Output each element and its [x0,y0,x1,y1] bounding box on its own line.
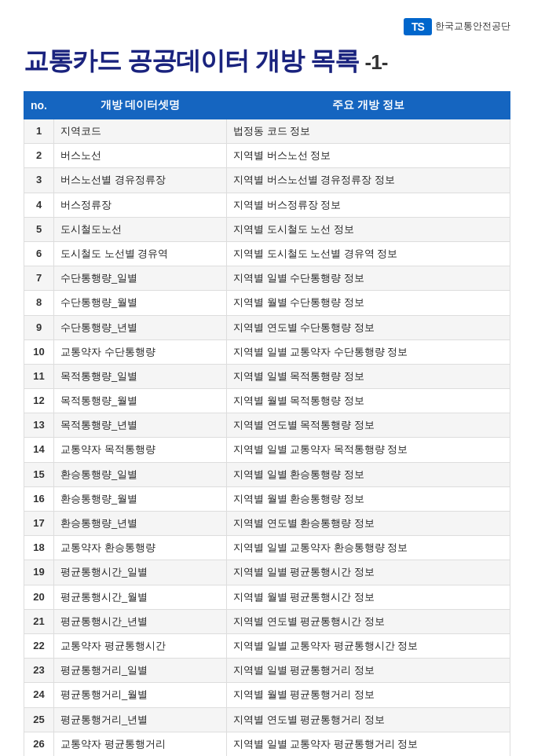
cell-info: 지역별 월별 환승통행량 정보 [227,486,510,511]
table-row: 18교통약자 환승통행량지역별 일별 교통약자 환승통행량 정보 [24,536,510,560]
cell-no: 20 [24,585,54,609]
table-row: 13목적통행량_년별지역별 연도별 목적통행량 정보 [24,413,510,438]
table-row: 5도시철도노선지역별 도시철도 노선 정보 [24,217,510,241]
cell-info: 지역별 일별 교통약자 평균통행거리 정보 [227,732,510,756]
header-name: 개방 데이터셋명 [54,92,227,119]
logo-area: TS 한국교통안전공단 [24,16,510,36]
header-no: no. [24,92,54,119]
cell-dataset-name: 교통약자 수단통행량 [54,339,227,364]
cell-dataset-name: 교통약자 목적통행량 [54,438,227,462]
cell-no: 10 [24,339,54,364]
table-row: 21평균통행시간_년별지역별 연도별 평균통행시간 정보 [24,609,510,633]
cell-no: 16 [24,486,54,511]
cell-info: 지역별 연도별 수단통행량 정보 [227,315,510,339]
cell-info: 지역별 연도별 목적통행량 정보 [227,413,510,438]
cell-no: 12 [24,389,54,413]
table-row: 19평균통행시간_일별지역별 일별 평균통행시간 정보 [24,560,510,585]
table-row: 24평균통행거리_월별지역별 월별 평균통행거리 정보 [24,683,510,707]
cell-info: 지역별 일별 환승통행량 정보 [227,462,510,486]
cell-info: 지역별 월별 수단통행량 정보 [227,291,510,315]
cell-dataset-name: 수단통행량_일별 [54,266,227,291]
cell-no: 3 [24,168,54,193]
table-row: 10교통약자 수단통행량지역별 일별 교통약자 수단통행량 정보 [24,339,510,364]
cell-dataset-name: 수단통행량_월별 [54,291,227,315]
cell-info: 지역별 버스정류장 정보 [227,193,510,217]
cell-info: 지역별 일별 교통약자 수단통행량 정보 [227,339,510,364]
cell-no: 23 [24,659,54,683]
table-row: 6도시철도 노선별 경유역지역별 도시철도 노선별 경유역 정보 [24,241,510,266]
cell-no: 22 [24,633,54,658]
cell-info: 지역별 일별 수단통행량 정보 [227,266,510,291]
cell-no: 26 [24,732,54,756]
page-title: 교통카드 공공데이터 개방 목록 -1- [24,44,510,79]
cell-info: 법정동 코드 정보 [227,119,510,144]
table-row: 14교통약자 목적통행량지역별 일별 교통약자 목적통행량 정보 [24,438,510,462]
cell-dataset-name: 평균통행시간_일별 [54,560,227,585]
cell-dataset-name: 환승통행량_일별 [54,462,227,486]
cell-dataset-name: 교통약자 평균통행거리 [54,732,227,756]
cell-info: 지역별 도시철도 노선 정보 [227,217,510,241]
cell-no: 24 [24,683,54,707]
table-row: 1지역코드법정동 코드 정보 [24,119,510,144]
cell-dataset-name: 평균통행거리_년별 [54,707,227,732]
cell-no: 21 [24,609,54,633]
cell-no: 1 [24,119,54,144]
cell-no: 7 [24,266,54,291]
cell-no: 19 [24,560,54,585]
cell-no: 4 [24,193,54,217]
cell-info: 지역별 월별 평균통행시간 정보 [227,585,510,609]
cell-info: 지역별 일별 교통약자 환승통행량 정보 [227,536,510,560]
table-row: 4버스정류장지역별 버스정류장 정보 [24,193,510,217]
cell-dataset-name: 버스노선 [54,144,227,168]
cell-dataset-name: 버스정류장 [54,193,227,217]
cell-no: 11 [24,364,54,388]
table-row: 11목적통행량_일별지역별 일별 목적통행량 정보 [24,364,510,388]
ts-logo: TS [404,16,432,36]
cell-dataset-name: 목적통행량_월별 [54,389,227,413]
cell-dataset-name: 교통약자 평균통행시간 [54,633,227,658]
table-row: 8수단통행량_월별지역별 월별 수단통행량 정보 [24,291,510,315]
cell-dataset-name: 평균통행시간_월별 [54,585,227,609]
data-table: no. 개방 데이터셋명 주요 개방 정보 1지역코드법정동 코드 정보2버스노… [24,91,510,756]
cell-info: 지역별 버스노선 정보 [227,144,510,168]
cell-dataset-name: 목적통행량_일별 [54,364,227,388]
cell-info: 지역별 연도별 평균통행시간 정보 [227,609,510,633]
cell-info: 지역별 일별 교통약자 평균통행시간 정보 [227,633,510,658]
cell-no: 8 [24,291,54,315]
cell-no: 5 [24,217,54,241]
cell-info: 지역별 월별 목적통행량 정보 [227,389,510,413]
header-info: 주요 개방 정보 [227,92,510,119]
cell-dataset-name: 환승통행량_년별 [54,512,227,536]
cell-info: 지역별 연도별 평균통행거리 정보 [227,707,510,732]
svg-text:TS: TS [411,20,425,33]
table-row: 7수단통행량_일별지역별 일별 수단통행량 정보 [24,266,510,291]
org-name: 한국교통안전공단 [435,20,510,33]
table-row: 17환승통행량_년별지역별 연도별 환승통행량 정보 [24,512,510,536]
cell-no: 17 [24,512,54,536]
cell-info: 지역별 일별 평균통행시간 정보 [227,560,510,585]
table-row: 15환승통행량_일별지역별 일별 환승통행량 정보 [24,462,510,486]
cell-no: 9 [24,315,54,339]
cell-info: 지역별 일별 목적통행량 정보 [227,364,510,388]
cell-dataset-name: 평균통행거리_일별 [54,659,227,683]
cell-info: 지역별 버스노선별 경유정류장 정보 [227,168,510,193]
cell-dataset-name: 환승통행량_월별 [54,486,227,511]
cell-no: 13 [24,413,54,438]
cell-info: 지역별 도시철도 노선별 경유역 정보 [227,241,510,266]
table-row: 23평균통행거리_일별지역별 일별 평균통행거리 정보 [24,659,510,683]
cell-dataset-name: 도시철도노선 [54,217,227,241]
table-row: 26교통약자 평균통행거리지역별 일별 교통약자 평균통행거리 정보 [24,732,510,756]
table-row: 2버스노선지역별 버스노선 정보 [24,144,510,168]
cell-info: 지역별 일별 평균통행거리 정보 [227,659,510,683]
cell-dataset-name: 교통약자 환승통행량 [54,536,227,560]
table-row: 12목적통행량_월별지역별 월별 목적통행량 정보 [24,389,510,413]
cell-dataset-name: 버스노선별 경유정류장 [54,168,227,193]
cell-info: 지역별 월별 평균통행거리 정보 [227,683,510,707]
cell-no: 25 [24,707,54,732]
table-row: 20평균통행시간_월별지역별 월별 평균통행시간 정보 [24,585,510,609]
cell-no: 15 [24,462,54,486]
table-row: 16환승통행량_월별지역별 월별 환승통행량 정보 [24,486,510,511]
cell-dataset-name: 목적통행량_년별 [54,413,227,438]
cell-dataset-name: 평균통행시간_년별 [54,609,227,633]
cell-dataset-name: 평균통행거리_월별 [54,683,227,707]
